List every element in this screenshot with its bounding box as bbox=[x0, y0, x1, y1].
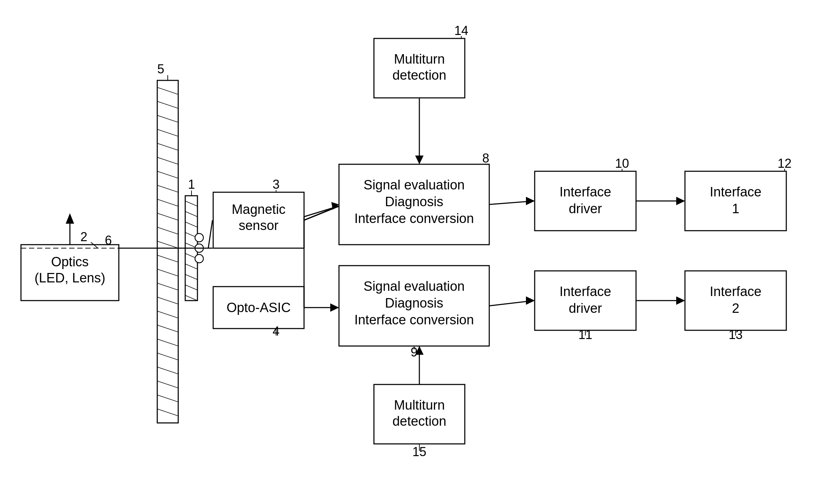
interface-driver-top-label-2: driver bbox=[569, 201, 602, 216]
interface-driver-top-box bbox=[535, 171, 636, 231]
beam-id: 2 bbox=[80, 230, 87, 244]
signal-bottom-to-driver-bottom-head bbox=[526, 296, 535, 305]
interface1-label-2: 1 bbox=[732, 201, 739, 216]
optics-label-1: Optics bbox=[51, 254, 89, 269]
signal-eval-bottom-label-2: Diagnosis bbox=[385, 296, 443, 310]
interface1-box bbox=[685, 171, 786, 231]
shaft-id: 5 bbox=[157, 62, 164, 76]
multiturn-top-id: 14 bbox=[454, 23, 468, 38]
signal-eval-top-id: 8 bbox=[482, 151, 489, 165]
driver-bottom-to-iface2-head bbox=[676, 296, 685, 305]
opto-branch-to-top-line bbox=[304, 206, 338, 217]
interface-driver-bottom-box bbox=[535, 271, 636, 330]
signal-eval-bottom-label-3: Interface conversion bbox=[354, 312, 474, 327]
multiturn-top-label-2: detection bbox=[392, 68, 446, 82]
sensor-circle-3 bbox=[195, 254, 203, 263]
disk-id: 1 bbox=[188, 177, 195, 192]
signal-eval-top-label-1: Signal evaluation bbox=[363, 178, 464, 192]
interface2-box bbox=[685, 271, 786, 330]
driver-top-to-iface1-head bbox=[676, 197, 685, 205]
signal-eval-bottom-label-1: Signal evaluation bbox=[363, 279, 464, 294]
signal-top-to-driver-top-head bbox=[526, 197, 535, 205]
magnetic-sensor-label-1: Magnetic bbox=[232, 202, 286, 217]
interface-driver-top-label-1: Interface bbox=[559, 185, 611, 199]
interface1-id: 12 bbox=[778, 156, 792, 171]
svg-line-48 bbox=[304, 206, 339, 220]
multiturn-bottom-label-2: detection bbox=[392, 414, 446, 429]
optics-id: 6 bbox=[105, 233, 112, 247]
sensor-circle-1 bbox=[195, 233, 203, 242]
opto-to-signal-bottom-head bbox=[330, 303, 339, 312]
circles-to-mag-line bbox=[208, 220, 212, 248]
interface1-label-1: Interface bbox=[710, 185, 761, 199]
opto-asic-label: Opto-ASIC bbox=[226, 300, 291, 315]
interface-driver-top-id: 10 bbox=[615, 156, 629, 171]
signal-eval-top-label-3: Interface conversion bbox=[354, 211, 474, 226]
magnetic-sensor-id: 3 bbox=[273, 177, 280, 192]
interface-driver-bottom-label-1: Interface bbox=[559, 284, 611, 299]
interface2-label-1: Interface bbox=[710, 284, 761, 299]
interface-driver-bottom-label-2: driver bbox=[569, 301, 602, 316]
optics-label-2: (LED, Lens) bbox=[35, 271, 106, 285]
shaft bbox=[157, 80, 178, 423]
optics-arrow-head bbox=[66, 213, 74, 224]
signal-eval-top-label-2: Diagnosis bbox=[385, 194, 443, 209]
diagram-container: Optics (LED, Lens) 6 5 bbox=[0, 0, 816, 504]
interface2-label-2: 2 bbox=[732, 301, 739, 316]
magnetic-sensor-label-2: sensor bbox=[239, 218, 279, 233]
multiturn-bottom-label-1: Multiturn bbox=[394, 398, 445, 412]
multiturn-top-label-1: Multiturn bbox=[394, 52, 445, 66]
multiturn-top-arrow-head bbox=[415, 156, 424, 164]
